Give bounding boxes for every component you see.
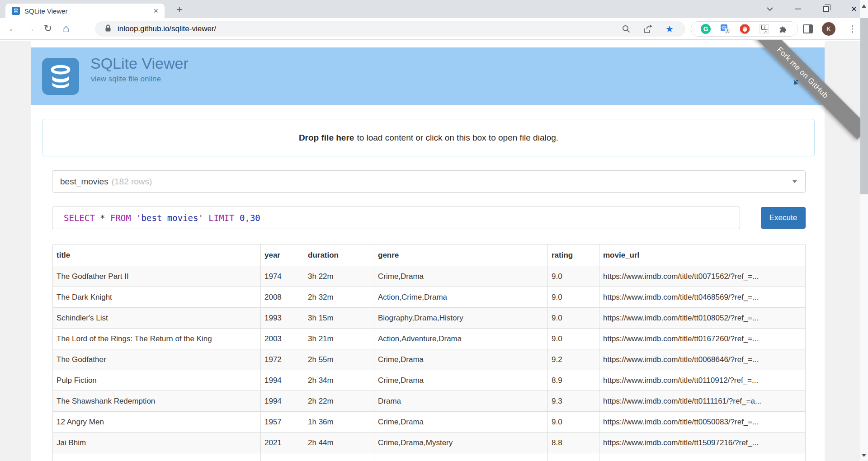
- results-table-container: titleyeardurationgenreratingmovie_url Th…: [52, 244, 806, 461]
- table-cell: 1957: [261, 412, 304, 433]
- column-header: duration: [304, 245, 374, 266]
- table-cell: Crime,Drama: [374, 349, 548, 370]
- restore-button[interactable]: [812, 0, 840, 18]
- url-text[interactable]: inloop.github.io/sqlite-viewer/: [118, 24, 620, 33]
- table-cell: [53, 453, 261, 461]
- table-cell: The Godfather Part II: [53, 266, 261, 287]
- scroll-down-icon[interactable]: [862, 454, 866, 457]
- table-cell: Crime,Drama: [374, 412, 548, 433]
- table-row: The Dark Knight20082h 32mAction,Crime,Dr…: [53, 287, 806, 308]
- bookmark-star-icon[interactable]: ★: [664, 23, 675, 35]
- table-cell: 9.0: [548, 287, 599, 308]
- table-cell: The Lord of the Rings: The Return of the…: [53, 329, 261, 349]
- table-cell: 1993: [261, 308, 304, 329]
- table-cell: 2h 34m: [304, 370, 374, 391]
- execute-button[interactable]: Execute: [761, 207, 806, 229]
- table-cell: Jai Bhim: [53, 433, 261, 453]
- site-title: SQLite Viewer: [90, 55, 189, 72]
- table-cell: Crime,Drama: [374, 266, 548, 287]
- profile-avatar[interactable]: K: [822, 22, 835, 36]
- share-icon[interactable]: [642, 23, 654, 35]
- table-cell: Schindler's List: [53, 308, 261, 329]
- file-drop-zone[interactable]: Drop file here to load content or click …: [42, 119, 815, 156]
- table-cell: 9.2: [548, 349, 599, 370]
- extensions-puzzle-icon[interactable]: [778, 24, 788, 34]
- table-cell: 1h 36m: [304, 412, 374, 433]
- table-cell: https://www.imdb.com/title/tt0111161/?re…: [599, 391, 806, 412]
- minimize-button[interactable]: [784, 0, 812, 18]
- table-cell: https://www.imdb.com/title/tt0110912/?re…: [599, 370, 806, 391]
- column-header: genre: [374, 245, 548, 266]
- table-cell: Drama: [374, 391, 548, 412]
- tab-strip: SQLite Viewer × + ×: [0, 0, 868, 18]
- table-row: 12 Angry Men19571h 36mCrime,Drama9.0http…: [53, 412, 806, 433]
- search-icon[interactable]: [620, 23, 632, 35]
- scrollbar-thumb[interactable]: [860, 18, 868, 194]
- table-row: The Shawshank Redemption19942h 22mDrama9…: [53, 391, 806, 412]
- column-header: movie_url: [599, 245, 806, 266]
- page-scrollbar[interactable]: [860, 0, 868, 461]
- table-row: The Lord of the Rings: The Return of the…: [53, 329, 806, 349]
- browser-window: SQLite Viewer × + × ← → ↻ ⌂ inloop.githu…: [0, 0, 868, 461]
- table-cell: https://www.imdb.com/title/tt0167260/?re…: [599, 329, 806, 349]
- forward-button[interactable]: →: [24, 23, 37, 35]
- google-translate-extension-icon[interactable]: G: [720, 24, 730, 34]
- side-panel-icon[interactable]: [803, 24, 813, 33]
- site-subtitle: view sqlite file online: [91, 75, 161, 84]
- new-tab-button[interactable]: +: [173, 4, 186, 16]
- table-cell: 2021: [261, 433, 304, 453]
- table-select-dropdown[interactable]: best_movies (182 rows): [52, 170, 806, 193]
- table-cell: [304, 453, 374, 461]
- browser-menu-icon[interactable]: ⋮: [848, 23, 857, 35]
- table-cell: 3h 15m: [304, 308, 374, 329]
- table-cell: The Shawshank Redemption: [53, 391, 261, 412]
- dictionary-extension-icon[interactable]: U: [760, 24, 769, 33]
- table-cell: 3h 22m: [304, 266, 374, 287]
- selected-table-name: best_movies: [60, 177, 108, 187]
- column-header: year: [261, 245, 304, 266]
- browser-tab[interactable]: SQLite Viewer ×: [5, 4, 165, 18]
- results-table: titleyeardurationgenreratingmovie_url Th…: [52, 244, 806, 461]
- table-cell: 1974: [261, 266, 304, 287]
- table-header-row: titleyeardurationgenreratingmovie_url: [53, 245, 806, 266]
- table-cell: [599, 453, 806, 461]
- table-cell: Action,Adventure,Drama: [374, 329, 548, 349]
- table-cell: Crime,Drama: [374, 370, 548, 391]
- sql-editor[interactable]: SELECT * FROM 'best_movies' LIMIT 0,30: [52, 207, 740, 229]
- table-cell: https://www.imdb.com/title/tt0050083/?re…: [599, 412, 806, 433]
- table-cell: 9.3: [548, 391, 599, 412]
- tab-close-icon[interactable]: ×: [151, 6, 160, 16]
- table-cell: 1972: [261, 349, 304, 370]
- table-cell: https://www.imdb.com/title/tt0071562/?re…: [599, 266, 806, 287]
- table-row: Schindler's List19933h 15mBiography,Dram…: [53, 308, 806, 329]
- scroll-up-icon[interactable]: [862, 5, 866, 8]
- table-row: The Godfather Part II19743h 22mCrime,Dra…: [53, 266, 806, 287]
- address-bar[interactable]: inloop.github.io/sqlite-viewer/ ★: [95, 21, 685, 37]
- table-cell: 9.0: [548, 308, 599, 329]
- table-cell: 8.9: [548, 370, 599, 391]
- window-controls: ×: [756, 0, 868, 18]
- adblock-extension-icon[interactable]: [740, 24, 750, 34]
- column-header: rating: [548, 245, 599, 266]
- table-cell: Action,Crime,Drama: [374, 287, 548, 308]
- table-cell: 9.0: [548, 412, 599, 433]
- home-button[interactable]: ⌂: [59, 23, 73, 35]
- table-cell: 2003: [261, 329, 304, 349]
- table-row: Jai Bhim20212h 44mCrime,Drama,Mystery8.8…: [53, 433, 806, 453]
- table-cell: The Dark Knight: [53, 287, 261, 308]
- table-cell: 1994: [261, 370, 304, 391]
- reload-button[interactable]: ↻: [41, 23, 55, 35]
- table-cell: 12 Angry Men: [53, 412, 261, 433]
- back-button[interactable]: ←: [6, 23, 20, 35]
- lock-icon[interactable]: [105, 24, 111, 34]
- chevron-down-icon: [793, 180, 797, 183]
- grammarly-extension-icon[interactable]: G: [701, 24, 711, 34]
- sqlite-favicon-icon: [12, 7, 20, 15]
- tab-search-chevron-icon[interactable]: [756, 0, 784, 18]
- table-cell: 2h 44m: [304, 433, 374, 453]
- table-cell: 2008: [261, 287, 304, 308]
- table-cell: The Godfather: [53, 349, 261, 370]
- table-cell: 3h 21m: [304, 329, 374, 349]
- table-cell: 2h 22m: [304, 391, 374, 412]
- dropzone-strong-text: Drop file here: [299, 133, 354, 143]
